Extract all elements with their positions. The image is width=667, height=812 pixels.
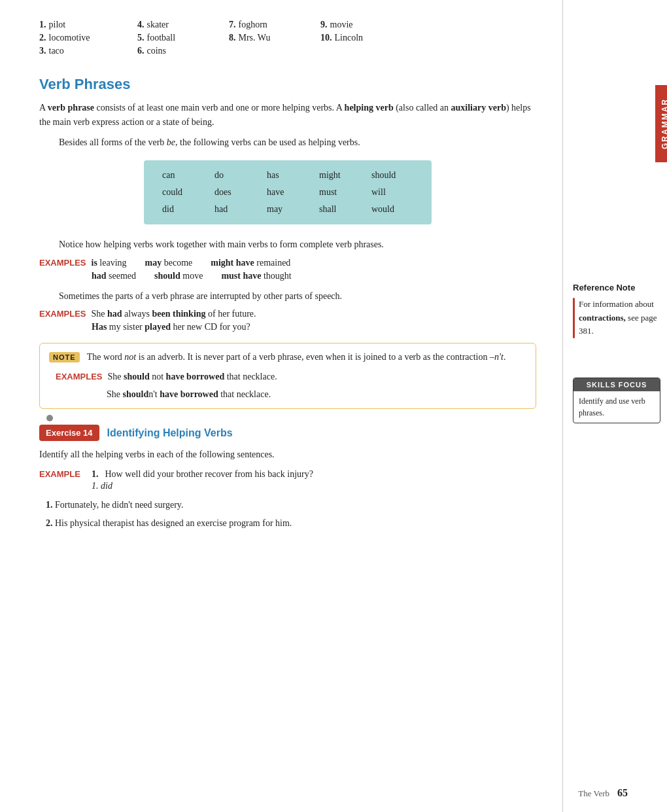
list-word: pilot — [49, 20, 66, 30]
list-num: 1. — [39, 20, 46, 30]
page-footer: The Verb 65 — [578, 787, 628, 799]
list-item: 8. Mrs. Wu — [229, 33, 314, 43]
example-text: must have thought — [221, 271, 291, 281]
example-label: EXAMPLE — [39, 469, 85, 479]
example-text: Has my sister played her new CD for you? — [92, 322, 250, 332]
list-item: 7. foghorn — [229, 20, 314, 30]
exercise-instruction: Identify all the helping verbs in each o… — [39, 448, 536, 462]
reference-note-title: Reference Note — [573, 281, 660, 295]
note-examples-label: EXAMPLES — [56, 370, 103, 384]
exercise-example-container: EXAMPLE 1. How well did your brother rec… — [39, 469, 536, 480]
main-content: 1. pilot 4. skater 7. foghorn 9. movie 2… — [0, 0, 562, 812]
examples-label-1: EXAMPLES — [39, 258, 86, 268]
intro-paragraph: A verb phrase consists of at least one m… — [39, 101, 536, 130]
contractions-bold: contractions, — [579, 313, 626, 323]
reference-note-bar: For information about contractions, see … — [573, 298, 660, 338]
note-text: The word not is an adverb. It is never p… — [87, 352, 506, 362]
examples-row-4: Has my sister played her new CD for you? — [92, 322, 536, 332]
note-badge: NOTE — [49, 352, 80, 362]
auxiliary-verb-term: auxiliary verb — [451, 103, 506, 113]
verb-table: can do has might should could does have … — [144, 160, 432, 224]
exercise-list: 1. Fortunately, he didn't need surgery. … — [39, 498, 536, 531]
list-num: 3. — [39, 46, 46, 56]
number-list: 1. pilot 4. skater 7. foghorn 9. movie 2… — [39, 20, 536, 56]
note-examples: EXAMPLES She should not have borrowed th… — [49, 370, 526, 402]
list-word: locomotive — [49, 33, 90, 43]
verb-cell: can — [157, 168, 209, 183]
list-num: 6. — [137, 46, 145, 56]
verb-cell: should — [366, 168, 419, 183]
list-num: 5. — [137, 33, 145, 43]
notice-paragraph: Notice how helping verbs work together w… — [39, 238, 536, 252]
exercise-answer: 1. did — [92, 481, 536, 491]
list-word: foghorn — [239, 20, 267, 30]
exercise-badge: Exercise 14 — [39, 425, 99, 441]
interrupted-paragraph: Sometimes the parts of a verb phrase are… — [39, 289, 536, 304]
skills-focus-body: Identify and use verb phrases. — [573, 391, 660, 423]
verb-cell: have — [262, 185, 314, 200]
verb-phrase-term: verb phrase — [48, 103, 94, 113]
list-word: Lincoln — [335, 33, 364, 43]
list-word: movie — [330, 20, 353, 30]
right-sidebar: GRAMMAR Reference Note For information a… — [562, 0, 667, 812]
list-word: taco — [49, 46, 64, 56]
list-item: 4. skater — [137, 20, 222, 30]
verb-table-container: can do has might should could does have … — [39, 160, 536, 224]
list-item: 3. taco — [39, 46, 131, 56]
verb-cell: would — [366, 202, 419, 217]
verb-cell: will — [366, 185, 419, 200]
verb-cell: has — [262, 168, 314, 183]
note-box: NOTE The word not is an adverb. It is ne… — [39, 343, 536, 409]
verb-cell: does — [209, 185, 262, 200]
reference-note: Reference Note For information about con… — [573, 281, 660, 338]
note-circle — [46, 415, 53, 421]
list-word: skater — [147, 20, 169, 30]
list-item: 2. His physical therapist has designed a… — [39, 516, 536, 531]
example-text: is leaving — [92, 258, 127, 268]
list-num: 7. — [229, 20, 236, 30]
verb-cell: must — [314, 185, 366, 200]
list-num: 10. — [320, 33, 332, 43]
verb-cell: might — [314, 168, 366, 183]
note-example-line-2: She shouldn't have borrowed that necklac… — [56, 387, 526, 402]
list-item: 6. coins — [137, 46, 222, 56]
exercise-header: Exercise 14 Identifying Helping Verbs — [39, 425, 536, 441]
example-text: might have remained — [211, 258, 290, 268]
example-text: She had always been thinking of her futu… — [92, 309, 256, 319]
list-word: Mrs. Wu — [239, 33, 271, 43]
list-item: 2. locomotive — [39, 33, 131, 43]
examples-row-1: EXAMPLES is leaving may become might hav… — [39, 258, 536, 268]
note-example-line-1: EXAMPLES She should not have borrowed th… — [56, 370, 526, 384]
verb-cell: do — [209, 168, 262, 183]
list-item: 9. movie — [320, 20, 405, 30]
footer-label: The Verb — [578, 788, 609, 799]
examples-row-3: EXAMPLES She had always been thinking of… — [39, 309, 536, 319]
list-num: 9. — [320, 20, 328, 30]
verb-cell: did — [157, 202, 209, 217]
verb-cell: shall — [314, 202, 366, 217]
section-title: Verb Phrases — [39, 76, 536, 93]
red-bar — [573, 298, 575, 338]
note-example-text: She should not have borrowed that neckla… — [108, 370, 277, 384]
example-text: should move — [154, 271, 203, 281]
list-num: 4. — [137, 20, 145, 30]
reference-note-body: For information about contractions, see … — [579, 298, 660, 338]
example-question: How well did your brother recover from h… — [105, 469, 313, 480]
list-num: 2. — [39, 33, 46, 43]
skills-focus: SKILLS FOCUS Identify and use verb phras… — [573, 378, 660, 423]
list-item: 5. football — [137, 33, 222, 43]
verb-cell: could — [157, 185, 209, 200]
footer-page-number: 65 — [617, 787, 628, 799]
list-word: football — [147, 33, 176, 43]
indent-paragraph: Besides all forms of the verb be, the fo… — [39, 135, 536, 150]
example-text: may become — [145, 258, 193, 268]
page-container: 1. pilot 4. skater 7. foghorn 9. movie 2… — [0, 0, 667, 812]
grammar-tab: GRAMMAR — [655, 85, 667, 162]
list-item: 10. Lincoln — [320, 33, 405, 43]
example-num: 1. — [92, 469, 99, 480]
list-item: 1. Fortunately, he didn't need surgery. — [39, 498, 536, 512]
examples-label-2: EXAMPLES — [39, 309, 86, 319]
verb-cell: had — [209, 202, 262, 217]
exercise-title: Identifying Helping Verbs — [107, 427, 233, 439]
list-word: coins — [147, 46, 167, 56]
